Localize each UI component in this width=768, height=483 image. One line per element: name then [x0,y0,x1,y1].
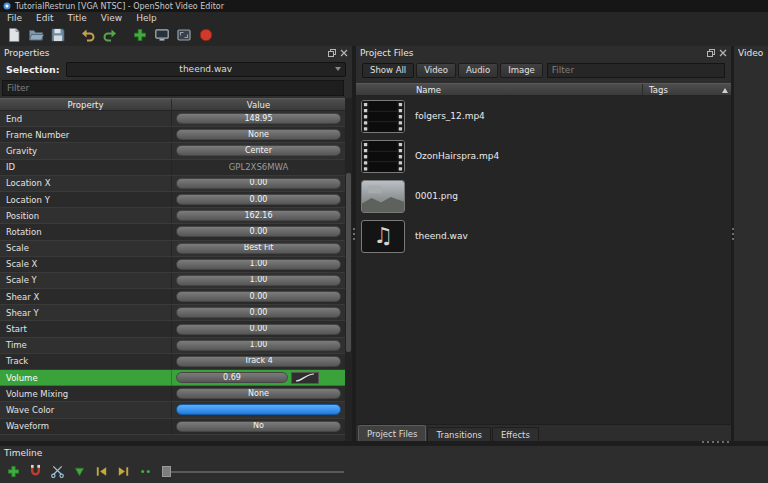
add-track-icon[interactable] [5,463,22,480]
property-row-volume-mixing: Volume MixingNone [0,386,345,402]
filter-image[interactable]: Image [500,63,543,78]
column-property[interactable]: Property [0,99,172,110]
menu-help[interactable]: Help [129,12,164,24]
timeline-toolbar [0,460,768,483]
value-slider[interactable]: None [176,129,341,140]
scrollbar-thumb[interactable] [346,173,351,351]
timeline-header: Timeline [0,446,768,459]
fullscreen-icon[interactable] [174,26,193,45]
property-name: Volume Mixing [0,386,172,401]
value-slider[interactable]: 1.00 [176,340,341,351]
property-name: End [0,111,172,126]
property-row-waveform: WaveformNo [0,419,345,435]
value-slider[interactable]: Track 4 [176,356,341,367]
selection-dropdown[interactable]: theend.wav [66,62,346,77]
column-value[interactable]: Value [172,99,345,110]
value-slider[interactable]: 1.00 [176,259,341,270]
import-files-icon[interactable] [130,26,149,45]
filter-show-all[interactable]: Show All [362,63,414,78]
files-filter-input[interactable] [547,63,725,78]
close-dock-icon[interactable] [340,49,348,57]
tab-project-files[interactable]: Project Files [358,425,426,441]
value-slider[interactable]: 0.00 [176,178,341,189]
menu-file[interactable]: File [0,12,29,24]
menu-edit[interactable]: Edit [29,12,60,24]
zoom-slider-handle[interactable] [162,466,171,477]
razor-icon[interactable] [49,463,66,480]
files-table-header: Name Tags [356,83,731,96]
value-slider[interactable]: 0.69 [176,372,288,383]
add-marker-icon[interactable] [71,463,88,480]
open-project-icon[interactable] [26,26,45,45]
property-value: 1.00 [172,273,345,288]
column-tags[interactable]: Tags [643,84,731,95]
property-value: None [172,386,345,401]
next-marker-icon[interactable] [115,463,132,480]
value-slider[interactable]: 0.00 [176,307,341,318]
menu-bar: FileEditTitleViewHelp [0,12,768,24]
value-slider[interactable]: 1.00 [176,275,341,286]
value-slider[interactable]: No [176,421,341,432]
undo-icon[interactable] [78,26,97,45]
property-value: GPL2XS6MWA [172,160,345,175]
vertical-splitter-handle[interactable] [732,228,734,230]
project-files-title: Project Files [360,48,707,58]
file-row[interactable]: folgers_12.mp4 [356,96,731,136]
value-slider[interactable]: Best Fit [176,243,341,254]
file-row[interactable]: OzonHairspra.mp4 [356,136,731,176]
tab-transitions[interactable]: Transitions [427,427,491,441]
property-name: Position [0,208,172,223]
export-video-icon[interactable] [196,26,215,45]
horizontal-splitter-handle[interactable] [702,441,704,443]
filter-audio[interactable]: Audio [458,63,498,78]
music-note-icon: ♫ [373,225,393,247]
file-name: folgers_12.mp4 [415,111,485,121]
property-name: Gravity [0,143,172,158]
snapping-icon[interactable] [27,463,44,480]
marker-dots-icon[interactable] [137,463,154,480]
property-name: Location Y [0,192,172,207]
property-value: 162.16 [172,208,345,223]
properties-filter-input[interactable] [2,80,344,96]
value-slider[interactable]: Center [176,145,341,156]
file-row[interactable]: ♫theend.wav [356,216,731,256]
menu-title[interactable]: Title [61,12,94,24]
property-name: ID [0,160,172,175]
new-project-icon[interactable] [4,26,23,45]
value-slider[interactable]: 0.00 [176,226,341,237]
file-row[interactable]: 0001.png [356,176,731,216]
save-project-icon[interactable] [48,26,67,45]
property-row-scale-x: Scale X1.00 [0,257,345,273]
property-value: 0.69 [172,370,345,385]
file-filter-bar: Show AllVideoAudioImage [362,62,725,78]
value-slider[interactable]: 0.00 [176,291,341,302]
value-slider[interactable]: 0.00 [176,324,341,335]
float-dock-icon[interactable] [328,49,336,57]
close-dock-icon[interactable] [719,49,727,57]
files-list: folgers_12.mp4OzonHairspra.mp40001.png♫t… [356,96,731,424]
menu-view[interactable]: View [94,12,129,24]
wave-color-swatch[interactable] [176,404,341,415]
redo-icon[interactable] [100,26,119,45]
zoom-slider-track[interactable] [162,471,344,473]
float-dock-icon[interactable] [707,49,715,57]
keyframe-button[interactable] [291,372,319,384]
property-row-shear-y: Shear Y0.00 [0,305,345,321]
value-slider[interactable]: 0.00 [176,194,341,205]
choose-profile-icon[interactable] [152,26,171,45]
property-name: Start [0,321,172,336]
zoom-slider[interactable] [162,465,344,479]
value-slider[interactable]: None [176,388,341,399]
value-slider[interactable]: 162.16 [176,210,341,221]
tab-effects[interactable]: Effects [492,427,539,441]
property-row-wave-color: Wave Color [0,402,345,418]
vertical-splitter-handle[interactable] [353,228,355,230]
column-name[interactable]: Name [356,84,643,95]
properties-scrollbar[interactable] [345,98,352,441]
value-slider[interactable]: 148.95 [176,113,341,124]
sort-indicator-icon[interactable] [722,88,728,93]
previous-marker-icon[interactable] [93,463,110,480]
filter-video[interactable]: Video [416,63,456,78]
property-row-rotation: Rotation0.00 [0,224,345,240]
app-logo-icon [3,2,11,10]
